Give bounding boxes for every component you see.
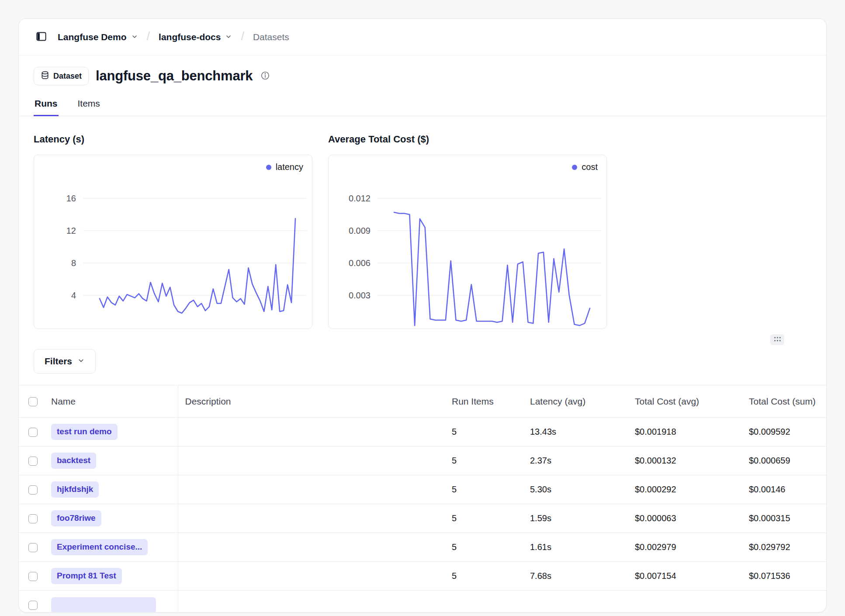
dataset-info-button[interactable]: [259, 69, 272, 83]
cost-chart-canvas: 0.0030.0060.0090.012: [329, 155, 606, 329]
run-latency-avg-cell: 1.59s: [523, 504, 628, 533]
run-total-cost-sum-cell: $0.000659: [742, 446, 826, 475]
run-name-cell: backtest: [44, 446, 178, 475]
run-total-cost-sum-cell: $0.00146: [742, 475, 826, 504]
column-header-description: Description: [178, 385, 445, 418]
filters-button[interactable]: Filters: [34, 349, 96, 374]
row-checkbox-cell: [19, 562, 44, 591]
table-row[interactable]: foo78riwe51.59s$0.000063$0.000315: [19, 504, 826, 533]
run-name-badge[interactable]: Prompt 81 Test: [51, 568, 122, 584]
row-checkbox[interactable]: [28, 601, 38, 610]
svg-text:0.003: 0.003: [349, 291, 371, 300]
breadcrumb-separator: /: [147, 30, 150, 43]
tabs: RunsItems: [19, 98, 826, 116]
run-total-cost-avg-cell: $0.000132: [628, 446, 742, 475]
run-items-cell: 5: [445, 562, 523, 591]
run-name-cell: hjkfdshjk: [44, 475, 178, 504]
run-total-cost-avg-cell: $0.001918: [628, 418, 742, 446]
row-checkbox-cell: [19, 504, 44, 533]
project-name: langfuse-docs: [159, 32, 221, 42]
run-name-badge[interactable]: foo78riwe: [51, 510, 101, 526]
run-name-badge[interactable]: [51, 597, 156, 613]
table-header-row: Name Description Run Items Latency (avg)…: [19, 385, 826, 418]
row-checkbox[interactable]: [28, 428, 38, 437]
run-name-badge[interactable]: test run demo: [51, 424, 118, 440]
run-total-cost-avg-cell: $0.007154: [628, 562, 742, 591]
run-total-cost-sum-cell: $0.009592: [742, 418, 826, 446]
cost-chart-legend[interactable]: cost: [572, 162, 598, 172]
svg-text:0.006: 0.006: [349, 258, 371, 268]
column-header-total-cost-sum: Total Cost (sum): [742, 385, 826, 418]
svg-text:8: 8: [71, 258, 76, 268]
tab-items[interactable]: Items: [77, 98, 101, 116]
row-checkbox[interactable]: [28, 485, 38, 495]
run-name-badge[interactable]: Experiment concise...: [51, 539, 148, 555]
chevron-down-icon: [225, 32, 232, 42]
select-all-checkbox[interactable]: [28, 397, 38, 406]
svg-text:12: 12: [66, 226, 76, 235]
breadcrumb-section: Datasets: [253, 32, 289, 42]
row-checkbox-cell: [19, 418, 44, 446]
breadcrumb-separator: /: [241, 30, 244, 43]
run-description-cell: [178, 504, 445, 533]
charts-section: Latency (s) 481216 latency Average Total…: [19, 116, 826, 329]
sidebar-toggle-button[interactable]: [34, 29, 49, 45]
legend-label: latency: [276, 162, 303, 172]
run-name-badge[interactable]: backtest: [51, 453, 96, 469]
row-checkbox-cell: [19, 446, 44, 475]
run-items-cell: 5: [445, 504, 523, 533]
tab-runs[interactable]: Runs: [34, 98, 59, 116]
svg-text:4: 4: [71, 291, 76, 300]
filters-row: Filters: [19, 347, 826, 374]
row-checkbox[interactable]: [28, 543, 38, 552]
database-icon: [41, 71, 49, 82]
run-items-cell: 5: [445, 475, 523, 504]
chevron-down-icon: [131, 32, 138, 42]
latency-chart-card: 481216 latency: [34, 155, 312, 329]
table-row[interactable]: test run demo513.43s$0.001918$0.009592: [19, 418, 826, 446]
filters-label: Filters: [45, 356, 72, 367]
run-description-cell: [178, 562, 445, 591]
run-name-cell: Experiment concise...: [44, 533, 178, 562]
info-icon: [260, 71, 270, 82]
column-header-name: Name: [44, 385, 178, 418]
run-description-cell: [178, 475, 445, 504]
grid-drag-handle[interactable]: [770, 334, 784, 345]
table-row[interactable]: Experiment concise...51.61s$0.002979$0.0…: [19, 533, 826, 562]
cost-chart-title: Average Total Cost ($): [328, 134, 607, 145]
row-checkbox-cell: [19, 475, 44, 504]
svg-text:0.009: 0.009: [349, 226, 371, 235]
run-description-cell: [178, 446, 445, 475]
run-total-cost-avg-cell: $0.000063: [628, 504, 742, 533]
handle-row: [19, 329, 826, 347]
dataset-type-badge: Dataset: [34, 67, 89, 85]
table-row[interactable]: Prompt 81 Test57.68s$0.007154$0.071536: [19, 562, 826, 591]
table-row-partial[interactable]: [19, 591, 826, 613]
legend-dot-icon: [572, 165, 577, 170]
run-total-cost-avg-cell: $0.000292: [628, 475, 742, 504]
run-name-badge[interactable]: hjkfdshjk: [51, 481, 99, 498]
table-row[interactable]: hjkfdshjk55.30s$0.000292$0.00146: [19, 475, 826, 504]
table-row[interactable]: backtest52.37s$0.000132$0.000659: [19, 446, 826, 475]
latency-chart-legend[interactable]: latency: [266, 162, 303, 172]
row-checkbox[interactable]: [28, 457, 38, 466]
runs-table-body: test run demo513.43s$0.001918$0.009592ba…: [19, 418, 826, 613]
dataset-header: Dataset langfuse_qa_benchmark: [19, 55, 826, 85]
app-card: Langfuse Demo / langfuse-docs / Datasets: [18, 18, 827, 613]
project-switcher[interactable]: langfuse-docs: [159, 32, 232, 42]
run-latency-avg-cell: 7.68s: [523, 562, 628, 591]
row-checkbox[interactable]: [28, 514, 38, 523]
runs-table: Name Description Run Items Latency (avg)…: [19, 385, 826, 613]
latency-chart-title: Latency (s): [34, 134, 312, 145]
run-total-cost-sum-cell: $0.029792: [742, 533, 826, 562]
run-total-cost-sum-cell: $0.071536: [742, 562, 826, 591]
dataset-type-label: Dataset: [53, 72, 82, 81]
row-checkbox-cell: [19, 533, 44, 562]
run-items-cell: 5: [445, 418, 523, 446]
run-name-cell: Prompt 81 Test: [44, 562, 178, 591]
legend-label: cost: [582, 162, 598, 172]
run-items-cell: 5: [445, 446, 523, 475]
column-header-latency-avg: Latency (avg): [523, 385, 628, 418]
row-checkbox[interactable]: [28, 572, 38, 581]
org-switcher[interactable]: Langfuse Demo: [58, 32, 138, 42]
